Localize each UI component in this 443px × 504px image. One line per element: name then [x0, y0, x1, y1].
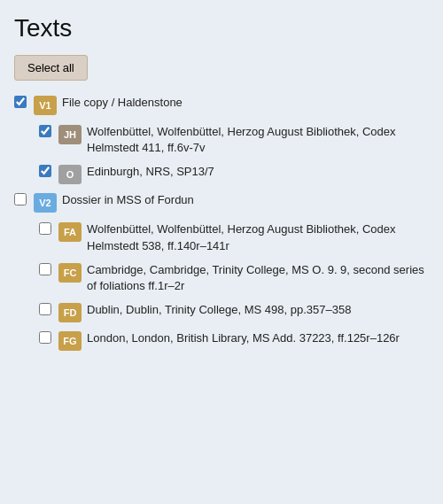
- list-item: FGLondon, London, British Library, MS Ad…: [39, 329, 429, 353]
- item-label: Dublin, Dublin, Trinity College, MS 498,…: [87, 302, 429, 318]
- item-checkbox[interactable]: [39, 165, 51, 177]
- item-label: Edinburgh, NRS, SP13/7: [87, 164, 429, 180]
- nested-items: FAWolfenbüttel, Wolfenbüttel, Herzog Aug…: [39, 220, 429, 353]
- list-item: FAWolfenbüttel, Wolfenbüttel, Herzog Aug…: [39, 220, 429, 255]
- item-label: Cambridge, Cambridge, Trinity College, M…: [87, 262, 429, 294]
- item-checkbox[interactable]: [39, 303, 51, 315]
- version-badge: FC: [58, 263, 82, 283]
- version-badge: FD: [58, 303, 82, 322]
- items-list: V1File copy / HaldenstoneJHWolfenbüttel,…: [14, 93, 429, 353]
- list-item: OEdinburgh, NRS, SP13/7: [39, 162, 429, 186]
- item-label: Wolfenbüttel, Wolfenbüttel, Herzog Augus…: [87, 221, 429, 253]
- list-item: V2Dossier in MSS of Fordun: [14, 190, 429, 214]
- list-item: FCCambridge, Cambridge, Trinity College,…: [39, 260, 429, 296]
- list-item: V1File copy / Haldenstone: [14, 93, 429, 117]
- version-badge: FA: [58, 222, 82, 242]
- select-all-button[interactable]: Select all: [14, 55, 88, 81]
- item-checkbox[interactable]: [14, 193, 27, 205]
- item-checkbox[interactable]: [39, 222, 51, 235]
- item-checkbox[interactable]: [14, 96, 27, 108]
- list-item: JHWolfenbüttel, Wolfenbüttel, Herzog Aug…: [39, 122, 429, 158]
- item-label: Dossier in MSS of Fordun: [62, 192, 429, 208]
- item-checkbox[interactable]: [39, 263, 51, 275]
- item-label: File copy / Haldenstone: [62, 95, 429, 111]
- page-title: Texts: [14, 14, 429, 43]
- item-label: Wolfenbüttel, Wolfenbüttel, Herzog Augus…: [87, 124, 429, 156]
- version-badge: FG: [58, 331, 82, 351]
- version-badge: O: [58, 165, 82, 184]
- item-label: London, London, British Library, MS Add.…: [87, 330, 429, 346]
- nested-items: JHWolfenbüttel, Wolfenbüttel, Herzog Aug…: [39, 122, 429, 186]
- version-badge: V1: [34, 96, 57, 115]
- version-badge: JH: [58, 125, 82, 144]
- item-checkbox[interactable]: [39, 125, 51, 137]
- item-checkbox[interactable]: [39, 331, 51, 344]
- version-badge: V2: [34, 193, 57, 213]
- list-item: FDDublin, Dublin, Trinity College, MS 49…: [39, 300, 429, 324]
